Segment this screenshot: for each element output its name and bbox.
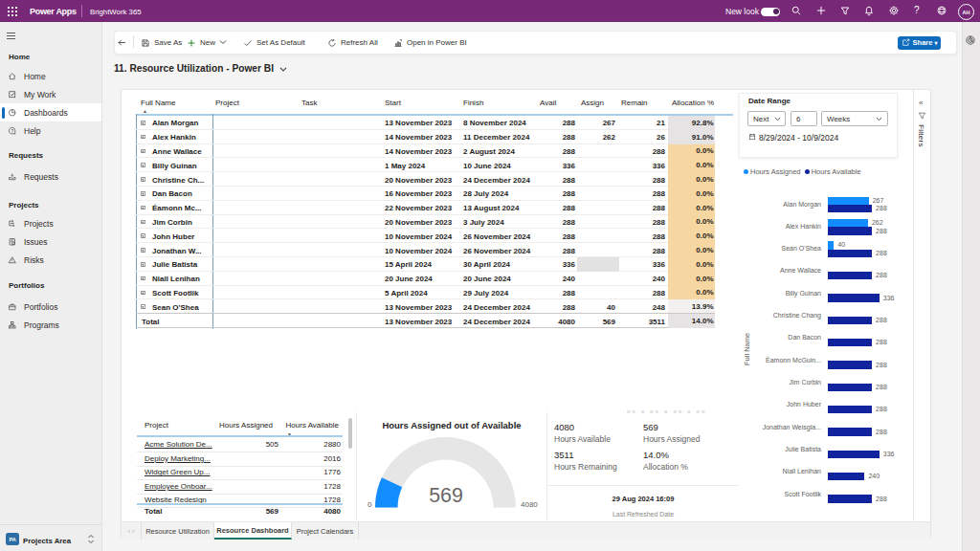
svg-text:?: ? [11, 128, 14, 133]
